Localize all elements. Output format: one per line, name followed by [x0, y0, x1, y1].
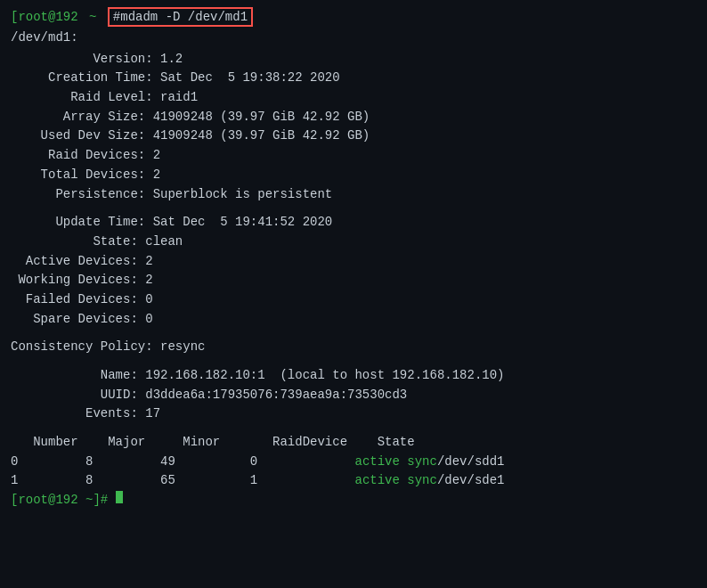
output-line: Creation Time: Sat Dec 5 19:38:22 2020 [11, 69, 696, 88]
field-value: : raid1 [145, 88, 198, 108]
prompt-tilde: ~ [82, 10, 104, 24]
field-value: : 0 [130, 290, 152, 310]
fields-group-2: Update Time: Sat Dec 5 19:41:52 2020 Sta… [11, 213, 696, 329]
row-minor: 49 [160, 453, 250, 472]
field-value: : 2 [138, 146, 160, 166]
field-value: : 17 [130, 404, 160, 424]
consistency-label: Consistency Policy [11, 338, 145, 357]
cursor-prompt: [root@192 ~]# [11, 491, 116, 510]
field-label: Array Size [11, 108, 138, 127]
field-label: Persistence [11, 185, 138, 205]
cursor [116, 491, 123, 503]
output-line: Spare Devices: 0 [11, 310, 696, 330]
fields-group-3: Name: 192.168.182.10:1 (local to host 19… [11, 366, 696, 424]
field-label: Spare Devices [11, 310, 130, 330]
row-minor: 65 [160, 471, 250, 491]
field-value: : 2 [130, 271, 152, 290]
row-number: 0 [11, 453, 85, 472]
field-value: : 2 [138, 166, 160, 185]
output-line: Version: 1.2 [11, 50, 696, 69]
field-value: : 41909248 (39.97 GiB 42.92 GB) [138, 127, 370, 146]
device-header: /dev/md1: [11, 29, 696, 48]
field-label: Active Devices [11, 252, 130, 272]
consistency-value: : resync [145, 338, 205, 357]
command-text: #mdadm -D /dev/md1 [113, 10, 248, 24]
field-label: Name [11, 366, 130, 386]
output-line: Name: 192.168.182.10:1 (local to host 19… [11, 366, 696, 386]
consistency-line: Consistency Policy : resync [11, 338, 696, 357]
field-value: : clean [130, 233, 183, 252]
command-box: #mdadm -D /dev/md1 [108, 7, 253, 27]
field-label: Version [11, 50, 145, 69]
field-value: : 2 [130, 252, 152, 272]
row-major: 8 [85, 471, 160, 491]
table-data-row: 0 8 49 0 active sync /dev/sdd1 [11, 453, 696, 472]
field-value: : 192.168.182.10:1 (local to host 192.16… [130, 366, 504, 386]
cursor-line: [root@192 ~]# [11, 491, 696, 510]
row-device: /dev/sde1 [437, 471, 505, 491]
output-line: Events: 17 [11, 404, 696, 424]
row-state: active sync [354, 471, 436, 491]
field-label: Failed Devices [11, 290, 130, 310]
output-line: Persistence: Superblock is persistent [11, 185, 696, 205]
field-label: Working Devices [11, 271, 130, 290]
field-label: State [11, 233, 130, 252]
table-data-row: 1 8 65 1 active sync /dev/sde1 [11, 471, 696, 491]
output-line: Working Devices: 2 [11, 271, 696, 290]
row-major: 8 [85, 453, 160, 472]
output-line: Used Dev Size: 41909248 (39.97 GiB 42.92… [11, 127, 696, 146]
field-value: : 41909248 (39.97 GiB 42.92 GB) [138, 108, 370, 127]
terminal: [root@192 ~ #mdadm -D /dev/md1 /dev/md1:… [0, 0, 707, 588]
field-label: Raid Level [11, 88, 145, 108]
field-value: : Superblock is persistent [138, 185, 332, 205]
field-label: Creation Time [11, 69, 145, 88]
row-state: active sync [354, 453, 436, 472]
field-label: Used Dev Size [11, 127, 138, 146]
field-label: Events [11, 404, 130, 424]
field-value: : d3ddea6a:17935076:739aea9a:73530cd3 [130, 386, 407, 405]
output-line: Array Size: 41909248 (39.97 GiB 42.92 GB… [11, 108, 696, 127]
fields-group-1: Version: 1.2 Creation Time: Sat Dec 5 19… [11, 50, 696, 205]
field-value: : 0 [130, 310, 152, 330]
field-value: : Sat Dec 5 19:41:52 2020 [138, 213, 332, 233]
row-raiddevice: 0 [250, 453, 355, 472]
field-label: UUID [11, 386, 130, 405]
output-line: Update Time: Sat Dec 5 19:41:52 2020 [11, 213, 696, 233]
output-line: State: clean [11, 233, 696, 252]
output-line: Failed Devices: 0 [11, 290, 696, 310]
device-name: /dev/md1: [11, 29, 78, 48]
output-line: Raid Level: raid1 [11, 88, 696, 108]
output-line: Raid Devices: 2 [11, 146, 696, 166]
row-raiddevice: 1 [250, 471, 355, 491]
field-value: : Sat Dec 5 19:38:22 2020 [145, 69, 339, 88]
prompt-line: [root@192 ~ #mdadm -D /dev/md1 [11, 7, 696, 27]
field-label: Raid Devices [11, 146, 138, 166]
output-line: Active Devices: 2 [11, 252, 696, 272]
row-device: /dev/sdd1 [437, 453, 505, 472]
field-label: Total Devices [11, 166, 138, 185]
table-header-row: Number Major Minor RaidDevice State [11, 433, 696, 453]
field-value: : 1.2 [145, 50, 183, 69]
table-container: Number Major Minor RaidDevice State 0 8 … [11, 433, 696, 510]
prompt-user: [root@192 [11, 10, 78, 24]
output-line: Total Devices: 2 [11, 166, 696, 185]
output-line: UUID: d3ddea6a:17935076:739aea9a:73530cd… [11, 386, 696, 405]
field-label: Update Time [11, 213, 138, 233]
row-number: 1 [11, 471, 85, 491]
